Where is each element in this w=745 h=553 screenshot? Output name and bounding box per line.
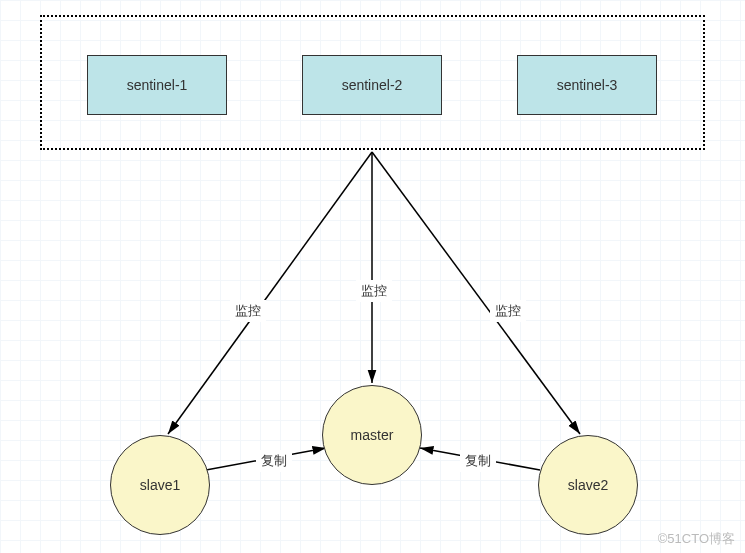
sentinel-label: sentinel-3	[557, 77, 618, 93]
watermark: ©51CTO博客	[658, 530, 735, 548]
sentinel-box-1: sentinel-1	[87, 55, 227, 115]
sentinel-label: sentinel-1	[127, 77, 188, 93]
node-master: master	[322, 385, 422, 485]
node-slave1: slave1	[110, 435, 210, 535]
edge-label-monitor-left: 监控	[230, 300, 266, 322]
sentinel-group: sentinel-1 sentinel-2 sentinel-3	[40, 15, 705, 150]
node-label: slave1	[140, 477, 180, 493]
edge-label-replicate-right: 复制	[460, 450, 496, 472]
edge-label-monitor-mid: 监控	[356, 280, 392, 302]
sentinel-box-2: sentinel-2	[302, 55, 442, 115]
node-label: slave2	[568, 477, 608, 493]
sentinel-label: sentinel-2	[342, 77, 403, 93]
edge-label-monitor-right: 监控	[490, 300, 526, 322]
edge-monitor-slave1	[168, 152, 372, 434]
node-label: master	[351, 427, 394, 443]
node-slave2: slave2	[538, 435, 638, 535]
edge-monitor-slave2	[372, 152, 580, 434]
edge-label-replicate-left: 复制	[256, 450, 292, 472]
sentinel-box-3: sentinel-3	[517, 55, 657, 115]
